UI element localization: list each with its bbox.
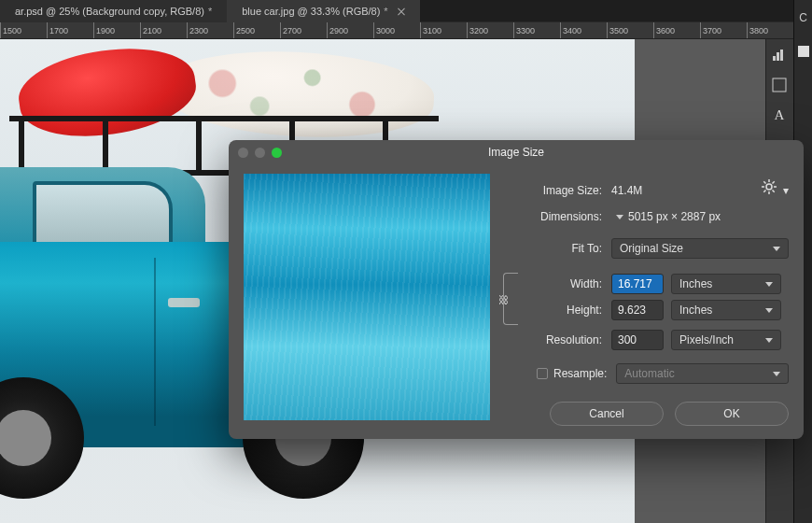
unsaved-indicator: * [208, 6, 212, 17]
image-size-label: Image Size: [503, 184, 611, 197]
close-icon[interactable] [398, 7, 405, 15]
unsaved-indicator: * [384, 6, 387, 17]
image-size-dialog: Image Size ▾ Image Size: 41.4M Dimension… [229, 140, 804, 439]
ruler-mark: 2900 [327, 22, 373, 39]
dialog-footer: Cancel OK [550, 402, 789, 426]
ruler-mark: 2100 [140, 22, 187, 39]
ruler-mark: 3600 [653, 22, 700, 39]
svg-line-12 [763, 191, 765, 192]
svg-rect-3 [773, 78, 786, 92]
dialog-titlebar[interactable]: Image Size [229, 140, 804, 164]
ok-button[interactable]: OK [675, 402, 789, 426]
height-unit-select[interactable]: Inches [671, 300, 781, 320]
document-tabs: ar.psd @ 25% (Background copy, RGB/8) * … [0, 0, 812, 22]
svg-point-5 [766, 184, 772, 190]
cancel-button[interactable]: Cancel [550, 402, 664, 426]
dimensions-value: 5015 px × 2887 px [628, 210, 721, 223]
svg-rect-4 [798, 46, 809, 57]
close-light[interactable] [238, 148, 248, 158]
width-input[interactable] [611, 274, 664, 294]
door-handle [168, 298, 200, 307]
resample-label: Resample: [553, 367, 607, 380]
dimensions-unit-icon[interactable] [616, 215, 623, 219]
tab-inactive[interactable]: ar.psd @ 25% (Background copy, RGB/8) * [0, 0, 227, 22]
swatch-icon[interactable] [771, 77, 788, 93]
fit-to-value: Original Size [620, 242, 683, 255]
width-label: Width: [520, 277, 611, 290]
color-panel-icon[interactable]: C [795, 9, 812, 26]
preview-thumbnail[interactable] [244, 174, 490, 420]
resolution-input[interactable] [611, 330, 664, 350]
zoom-light[interactable] [272, 148, 282, 158]
svg-line-10 [763, 181, 765, 183]
height-input[interactable] [611, 300, 664, 320]
dialog-form: Image Size: 41.4M Dimensions: 5015 px × … [503, 174, 789, 420]
ruler-mark: 2700 [280, 22, 327, 39]
fit-to-label: Fit To: [503, 242, 611, 255]
chain-icon: ⛓ [498, 294, 509, 305]
ruler-mark: 3800 [747, 22, 793, 39]
resolution-unit-select[interactable]: Pixels/Inch [671, 330, 781, 350]
svg-rect-1 [777, 52, 779, 61]
horizontal-ruler[interactable]: 1500 1700 1900 2100 2300 2500 2700 2900 … [0, 22, 812, 39]
ruler-mark: 1900 [93, 22, 140, 39]
ruler-mark: 2300 [187, 22, 233, 39]
ruler-mark: 3000 [373, 22, 420, 39]
ruler-mark: 2500 [233, 22, 280, 39]
image-size-value: 41.4M [611, 184, 642, 197]
ruler-mark: 3400 [560, 22, 607, 39]
tab-active[interactable]: blue car.jpg @ 33.3% (RGB/8) * [227, 0, 419, 22]
resample-checkbox[interactable] [537, 368, 548, 379]
tab-label: blue car.jpg @ 33.3% (RGB/8) [242, 6, 380, 17]
tab-label: ar.psd @ 25% (Background copy, RGB/8) [15, 6, 204, 17]
ruler-mark: 3100 [420, 22, 467, 39]
svg-line-13 [772, 181, 774, 183]
resolution-label: Resolution: [503, 333, 611, 346]
svg-line-11 [772, 191, 774, 192]
ruler-mark: 3300 [513, 22, 560, 39]
dialog-title: Image Size [229, 146, 804, 159]
svg-rect-2 [780, 49, 783, 61]
fit-to-select[interactable]: Original Size [611, 238, 789, 259]
ruler-mark: 3500 [607, 22, 653, 39]
svg-rect-0 [773, 56, 776, 61]
character-icon[interactable]: A [771, 106, 788, 123]
gear-icon[interactable]: ▾ [762, 179, 789, 197]
histogram-icon[interactable] [771, 47, 788, 64]
height-label: Height: [520, 304, 611, 317]
dimensions-label: Dimensions: [503, 210, 611, 223]
ruler-mark: 1700 [47, 22, 93, 39]
panel-swatch-icon[interactable] [795, 43, 812, 60]
width-unit-select[interactable]: Inches [671, 274, 781, 294]
ruler-mark: 1500 [0, 22, 47, 39]
constrain-link[interactable]: ⛓ [503, 273, 518, 325]
minimize-light[interactable] [255, 148, 265, 158]
ruler-mark: 3200 [467, 22, 513, 39]
ruler-mark: 3700 [700, 22, 747, 39]
door-line [154, 258, 156, 426]
window-lights [238, 148, 282, 158]
resample-select: Automatic [616, 363, 789, 384]
